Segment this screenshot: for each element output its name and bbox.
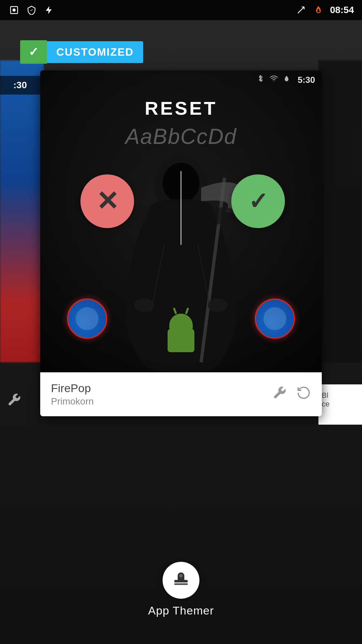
flame-icon (312, 4, 324, 16)
sword-icon (295, 4, 307, 16)
right-card-strip (318, 60, 362, 362)
status-bar-left (8, 4, 55, 16)
settings-button[interactable] (272, 385, 287, 403)
svg-line-2 (298, 7, 304, 13)
side-time-left: :30 (0, 76, 40, 95)
side-time-text: :30 (13, 80, 27, 91)
bottom-section: App Themer (0, 562, 362, 617)
card-time: 5:30 (298, 75, 315, 85)
cancel-button[interactable]: ✕ (80, 174, 134, 228)
svg-point-7 (274, 81, 274, 82)
app-themer-icon[interactable] (163, 562, 199, 599)
left-wrench-icon (7, 392, 21, 410)
left-card-strip (0, 60, 44, 362)
app-themer-label: App Themer (148, 604, 214, 617)
fire-circle-inner-left (76, 307, 98, 330)
right-footer-theme-name: Bl (322, 391, 359, 400)
card-bluetooth-icon (257, 75, 265, 85)
fire-icon-right (255, 299, 295, 339)
card-flame-icon (283, 75, 290, 85)
check-badge: ✓ (20, 40, 47, 64)
card-theme-name: FirePop (51, 382, 94, 395)
svg-point-12 (208, 299, 228, 312)
fire-circle-inner-right (263, 307, 286, 330)
main-card: 5:30 RESET AaBbCcDd (40, 70, 322, 416)
reset-text: RESET (40, 97, 322, 119)
android-head (169, 314, 193, 329)
confirm-button[interactable]: ✓ (231, 174, 285, 228)
fire-circle-left (67, 299, 107, 339)
reset-button[interactable] (296, 385, 311, 403)
shield-icon (25, 4, 38, 16)
svg-rect-14 (174, 583, 188, 585)
confirm-icon: ✓ (248, 190, 268, 213)
svg-line-5 (261, 76, 262, 77)
card-author: Primokorn (51, 396, 94, 407)
card-wifi-icon (269, 74, 278, 85)
right-footer-author: ce (322, 400, 359, 409)
fire-icon-left (67, 299, 107, 339)
android-mascot (168, 314, 194, 352)
customized-label: CUSTOMIZED (47, 41, 143, 63)
svg-rect-13 (174, 580, 188, 583)
card-status-icons: 5:30 (257, 74, 315, 85)
check-badge-icon: ✓ (28, 45, 39, 59)
status-time: 08:54 (330, 5, 354, 15)
card-footer-info: FirePop Primokorn (51, 382, 94, 407)
card-status-bar: 5:30 (40, 70, 322, 89)
svg-point-11 (134, 299, 154, 312)
svg-point-1 (12, 8, 15, 11)
cancel-icon: ✕ (96, 188, 119, 215)
android-body (168, 329, 194, 352)
stamp-icon (171, 568, 191, 593)
divider-line (181, 171, 182, 245)
customized-row: ✓ CUSTOMIZED (20, 40, 143, 64)
svg-point-15 (179, 574, 183, 577)
card-image-area: 5:30 RESET AaBbCcDd (40, 70, 322, 372)
lightning-icon (43, 4, 55, 16)
right-footer-partial: Bl ce (318, 384, 362, 425)
status-bar-right: 08:54 (295, 4, 354, 16)
card-footer: FirePop Primokorn (40, 372, 322, 416)
font-preview: AaBbCcDd (40, 124, 322, 149)
card-footer-actions (272, 385, 311, 403)
status-bar: 08:54 (0, 0, 362, 20)
fire-circle-right (255, 299, 295, 339)
screenshot-icon (8, 4, 20, 16)
